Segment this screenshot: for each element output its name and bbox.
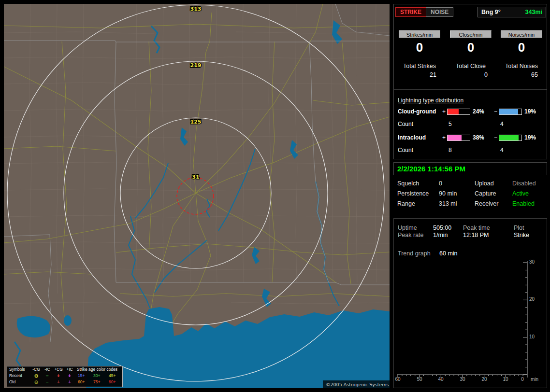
recent-neg-ic-symbol: − (43, 373, 52, 379)
legend-old-label: Old (9, 379, 30, 385)
recent-pos-ic-symbol: + (65, 373, 74, 379)
strike-toggle-button[interactable]: STRIKE (395, 7, 426, 17)
count-label: Count (398, 146, 413, 154)
total-strikes-value: 21 (394, 71, 445, 78)
x-tick-10: 10 (500, 377, 511, 382)
receiver-label: Receiver (475, 199, 498, 209)
x-tick-40: 40 (435, 377, 446, 382)
settings-row: Range 313 mi Receiver Enabled (393, 199, 547, 209)
cg-neg-bar (499, 109, 522, 115)
map-display: 313 219 125 31 ©2005 Astrogenic Systems … (4, 4, 390, 388)
plot-value: Strike (514, 230, 529, 241)
intracloud-row: Intracloud + 38% − 19% (394, 134, 547, 141)
bearing-readout: Bng 9° 343mi (478, 7, 546, 17)
x-axis-unit: min (531, 377, 541, 382)
trend-settings-row: Trend graph 60 min (394, 249, 547, 258)
recent-pos-cg-symbol: + (54, 373, 63, 379)
cg-pos-bar (447, 109, 470, 115)
y-tick-10: 10 (529, 334, 540, 339)
total-noises-value: 65 (496, 71, 547, 78)
strikes-per-min-value: 0 (394, 40, 445, 55)
minus-sign: − (494, 108, 497, 115)
total-noises-label: Total Noises (496, 63, 547, 70)
range-label: Range (397, 199, 415, 209)
axis-ticks (398, 263, 527, 378)
legend-symbols-header: Symbols (9, 366, 30, 373)
capture-status: Active (512, 189, 529, 199)
nexstorm-window: 313 219 125 31 ©2005 Astrogenic Systems … (0, 0, 550, 392)
plus-sign: + (442, 134, 446, 141)
close-per-min-chip: Close/min (450, 30, 492, 38)
close-per-min-value: 0 (445, 40, 496, 55)
cloud-ground-count-row: Count 5 4 (394, 120, 547, 128)
trend-window-value: 60 min (439, 249, 458, 258)
legend-col-pos-cg: +CG (54, 366, 63, 373)
age-90: 90+ (109, 379, 122, 385)
ic-neg-bar-fill (499, 135, 519, 140)
trend-graph: 30 20 10 60 50 40 30 20 10 0 min (394, 259, 547, 387)
age-15: 15+ (78, 373, 91, 379)
strikes-per-min-chip: Strikes/min (399, 30, 440, 38)
x-tick-0: 0 (517, 377, 528, 382)
range-ring-label-313: 313 (190, 6, 202, 12)
trend-graph-canvas (394, 259, 547, 387)
noises-per-min-value: 0 (496, 40, 547, 55)
range-ring-label-125: 125 (190, 119, 202, 125)
noises-per-min-chip: Noises/min (501, 30, 542, 38)
recent-neg-cg-symbol: ⊖ (31, 373, 41, 379)
age-45: 45+ (109, 373, 122, 379)
trend-panel: Uptime 505:00 Peak time Plot Peak rate 1… (393, 218, 547, 388)
cloud-ground-row: Cloud-ground + 24% − 19% (394, 108, 547, 115)
cg-pos-bar-fill (448, 109, 459, 114)
ic-pos-bar (447, 135, 470, 141)
squelch-label: Squelch (397, 179, 419, 189)
divider (394, 89, 547, 90)
squelch-value: 0 (439, 179, 442, 189)
legend-col-pos-ic: +IC (65, 366, 74, 373)
settings-row: Persistence 90 min Capture Active (393, 189, 547, 199)
legend-col-neg-cg: -CG (31, 366, 41, 373)
legend-col-neg-ic: -IC (43, 366, 52, 373)
persistence-label: Persistence (397, 189, 429, 199)
range-ring-label-219: 219 (190, 62, 202, 69)
x-tick-20: 20 (479, 377, 490, 382)
x-tick-60: 60 (392, 377, 403, 382)
settings-panel: Squelch 0 Upload Disabled Persistence 90… (393, 176, 547, 210)
bearing-value: Bng 9° (481, 9, 501, 15)
age-75: 75+ (93, 379, 107, 385)
total-strikes-label: Total Strikes (394, 63, 445, 70)
capture-label: Capture (475, 189, 496, 199)
total-close-label: Total Close (445, 63, 496, 70)
ic-pos-count: 8 (449, 146, 452, 154)
x-tick-50: 50 (414, 377, 425, 382)
count-label: Count (398, 120, 413, 128)
cloud-ground-label: Cloud-ground (398, 108, 436, 115)
legend-age-header: Strike age color codes (77, 366, 121, 373)
intracloud-count-row: Count 8 4 (394, 146, 547, 154)
ic-neg-count: 4 (500, 146, 504, 154)
total-close-value: 0 (445, 71, 496, 78)
plus-sign: + (442, 108, 446, 115)
upload-status: Disabled (512, 179, 536, 189)
bearing-distance: 343mi (525, 9, 542, 15)
cg-neg-count: 4 (500, 120, 504, 128)
y-tick-30: 30 (529, 259, 540, 265)
peak-time-value: 12:18 PM (463, 230, 489, 241)
trend-graph-label: Trend graph (398, 249, 431, 258)
copyright-text: ©2005 Astrogenic Systems (326, 382, 389, 387)
noise-toggle-button[interactable]: NOISE (426, 7, 453, 17)
minus-sign: − (494, 134, 497, 141)
range-value: 313 mi (439, 199, 457, 209)
peak-rate-label: Peak rate (398, 230, 424, 241)
cg-neg-pct: 19% (524, 108, 536, 115)
old-pos-ic-symbol: + (65, 379, 74, 385)
strike-legend: Symbols -CG -IC +CG +IC Strike age color… (7, 366, 123, 387)
ic-neg-bar (499, 135, 522, 141)
persistence-value: 90 min (439, 189, 457, 199)
x-tick-30: 30 (457, 377, 468, 382)
old-pos-cg-symbol: + (54, 379, 63, 385)
age-60: 60+ (78, 379, 91, 385)
legend-recent-label: Recent (9, 373, 30, 379)
intracloud-label: Intracloud (398, 134, 426, 141)
stats-panel: STRIKE NOISE Bng 9° 343mi Strikes/min Cl… (393, 4, 547, 159)
